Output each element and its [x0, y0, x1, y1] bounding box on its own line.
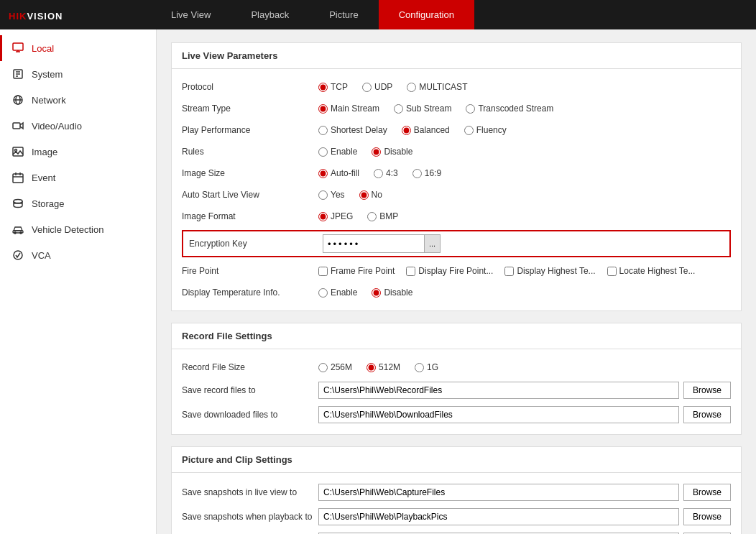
- nav-configuration[interactable]: Configuration: [379, 0, 474, 29]
- temp-disable-radio[interactable]: [372, 288, 381, 298]
- protocol-udp-label: UDP: [374, 82, 392, 92]
- sidebar-item-vca[interactable]: VCA: [0, 242, 156, 268]
- save-snapshots-playback-input[interactable]: [318, 508, 679, 525]
- format-bmp-group[interactable]: BMP: [367, 211, 398, 221]
- size-169-group[interactable]: 16:9: [412, 168, 441, 178]
- stream-main-group[interactable]: Main Stream: [318, 103, 379, 114]
- live-view-section: Live View Parameters Protocol TCP UDP: [171, 42, 742, 311]
- display-fire-point-group[interactable]: Display Fire Point...: [406, 266, 493, 276]
- save-downloaded-browse-button[interactable]: Browse: [683, 406, 731, 423]
- save-record-input[interactable]: [318, 382, 679, 399]
- perf-balanced-radio[interactable]: [402, 126, 411, 135]
- encryption-input-wrap: ...: [323, 234, 441, 253]
- save-snapshots-live-browse-button[interactable]: Browse: [683, 484, 731, 501]
- protocol-tcp-group[interactable]: TCP: [318, 82, 348, 92]
- sidebar-label-video-audio: Video/Audio: [32, 121, 82, 132]
- temp-enable-radio[interactable]: [318, 288, 328, 298]
- sidebar-item-system[interactable]: System: [0, 61, 156, 87]
- protocol-multicast-group[interactable]: MULTICAST: [407, 82, 467, 92]
- save-record-browse-button[interactable]: Browse: [683, 382, 731, 399]
- sidebar-item-image[interactable]: Image: [0, 139, 156, 165]
- rules-disable-radio[interactable]: [372, 147, 381, 157]
- auto-start-no-group[interactable]: No: [359, 190, 382, 200]
- save-snapshots-live-input[interactable]: [318, 484, 679, 501]
- temp-disable-group[interactable]: Disable: [372, 287, 412, 298]
- protocol-multicast-label: MULTICAST: [419, 82, 467, 92]
- size-256-radio[interactable]: [318, 363, 328, 372]
- stream-main-radio[interactable]: [318, 104, 328, 114]
- protocol-tcp-radio[interactable]: [318, 83, 328, 92]
- nav-playback[interactable]: Playback: [231, 0, 309, 29]
- frame-fire-point-checkbox[interactable]: [318, 267, 328, 276]
- record-size-row: Record File Size 256M 512M 1G: [182, 356, 731, 378]
- frame-fire-point-label: Frame Fire Point: [331, 266, 395, 276]
- sidebar-item-local[interactable]: Local: [0, 35, 156, 61]
- sidebar-item-storage[interactable]: Storage: [0, 190, 156, 216]
- format-jpeg-radio[interactable]: [318, 212, 328, 221]
- play-performance-label: Play Performance: [182, 125, 318, 135]
- picture-clip-section-title: Picture and Clip Settings: [172, 447, 741, 473]
- sidebar: Local System Network Video/Audio Image: [0, 29, 157, 534]
- size-autofill-radio[interactable]: [318, 169, 328, 178]
- record-size-controls: 256M 512M 1G: [318, 362, 731, 372]
- encryption-key-input[interactable]: [323, 236, 424, 252]
- size-autofill-group[interactable]: Auto-fill: [318, 168, 359, 178]
- sidebar-item-network[interactable]: Network: [0, 87, 156, 113]
- frame-fire-point-group[interactable]: Frame Fire Point: [318, 266, 395, 276]
- perf-fluency-group[interactable]: Fluency: [464, 125, 507, 135]
- save-downloaded-input[interactable]: [318, 406, 679, 423]
- display-highest-group[interactable]: Display Highest Te...: [504, 266, 595, 276]
- save-snapshots-playback-browse-button[interactable]: Browse: [683, 508, 731, 525]
- rules-enable-group[interactable]: Enable: [318, 147, 357, 157]
- save-record-label: Save record files to: [182, 385, 318, 395]
- temp-enable-group[interactable]: Enable: [318, 287, 357, 298]
- auto-start-yes-group[interactable]: Yes: [318, 190, 345, 200]
- top-nav: HIKVISION Live View Playback Picture Con…: [0, 0, 756, 29]
- rules-row: Rules Enable Disable: [182, 141, 731, 162]
- protocol-multicast-radio[interactable]: [407, 83, 416, 92]
- locate-highest-checkbox[interactable]: [607, 267, 617, 276]
- format-jpeg-group[interactable]: JPEG: [318, 211, 353, 221]
- stream-sub-label: Sub Stream: [406, 103, 451, 114]
- rules-enable-radio[interactable]: [318, 147, 328, 157]
- sidebar-item-vehicle-detection[interactable]: Vehicle Detection: [0, 216, 156, 242]
- encryption-browse-button[interactable]: ...: [424, 235, 440, 252]
- size-256-group[interactable]: 256M: [318, 362, 352, 372]
- protocol-udp-group[interactable]: UDP: [362, 82, 392, 92]
- locate-highest-group[interactable]: Locate Highest Te...: [607, 266, 696, 276]
- temp-disable-label: Disable: [384, 287, 412, 298]
- stream-sub-radio[interactable]: [394, 104, 403, 114]
- size-512-group[interactable]: 512M: [367, 362, 400, 372]
- stream-transcoded-radio[interactable]: [466, 104, 475, 114]
- display-highest-checkbox[interactable]: [504, 267, 514, 276]
- nav-picture[interactable]: Picture: [309, 0, 378, 29]
- perf-shortest-group[interactable]: Shortest Delay: [318, 125, 387, 135]
- auto-start-no-radio[interactable]: [359, 190, 369, 200]
- size-169-radio[interactable]: [412, 169, 422, 178]
- stream-sub-group[interactable]: Sub Stream: [394, 103, 451, 114]
- size-512-radio[interactable]: [367, 363, 376, 372]
- size-autofill-label: Auto-fill: [331, 168, 359, 178]
- rules-disable-group[interactable]: Disable: [372, 147, 412, 157]
- perf-balanced-group[interactable]: Balanced: [402, 125, 450, 135]
- perf-balanced-label: Balanced: [414, 125, 450, 135]
- size-1g-label: 1G: [427, 362, 438, 372]
- stream-transcoded-group[interactable]: Transcoded Stream: [466, 103, 553, 114]
- auto-start-yes-radio[interactable]: [318, 190, 328, 200]
- size-43-radio[interactable]: [374, 169, 383, 178]
- svg-rect-13: [13, 174, 23, 183]
- save-record-row: Save record files to Browse: [182, 378, 731, 402]
- size-43-group[interactable]: 4:3: [374, 168, 398, 178]
- sidebar-item-video-audio[interactable]: Video/Audio: [0, 113, 156, 139]
- sidebar-item-event[interactable]: Event: [0, 165, 156, 190]
- protocol-udp-radio[interactable]: [362, 83, 372, 92]
- size-1g-radio[interactable]: [415, 363, 424, 372]
- display-fire-point-checkbox[interactable]: [406, 267, 415, 276]
- format-bmp-radio[interactable]: [367, 212, 377, 221]
- perf-shortest-radio[interactable]: [318, 126, 328, 135]
- perf-fluency-radio[interactable]: [464, 126, 474, 135]
- size-1g-group[interactable]: 1G: [415, 362, 438, 372]
- nav-live-view[interactable]: Live View: [151, 0, 231, 29]
- car-icon: [11, 223, 24, 236]
- save-clips-row: Save clips to Browse: [182, 529, 731, 534]
